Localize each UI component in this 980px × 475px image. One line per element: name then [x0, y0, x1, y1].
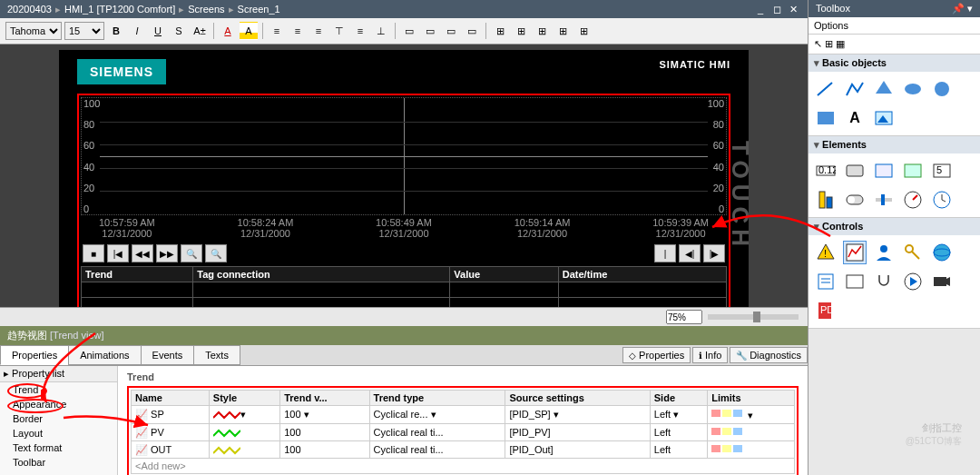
ruler2-button[interactable]: ◀|	[679, 244, 701, 262]
media-icon[interactable]	[843, 270, 867, 293]
text-icon[interactable]: A	[843, 106, 867, 130]
section-controls[interactable]: Controls	[808, 218, 980, 235]
close-icon[interactable]: ✕	[786, 3, 800, 15]
section-elements[interactable]: Elements	[808, 136, 980, 153]
trend-view-widget[interactable]: 100806040200 100806040200 10:57:59 AM12/…	[77, 94, 730, 307]
iofield-icon[interactable]: 0.12	[814, 159, 838, 183]
zoomout-button[interactable]: 🔍	[205, 244, 227, 262]
nav-border[interactable]: Border	[0, 411, 117, 426]
symbol-icon[interactable]	[872, 159, 896, 183]
group4-button[interactable]: ⊞	[554, 22, 572, 40]
property-list-header[interactable]: ▸ Property list	[0, 366, 117, 382]
section-basic-objects[interactable]: Basic objects	[808, 54, 980, 72]
group2-button[interactable]: ⊞	[512, 22, 530, 40]
rtab-diagnostics[interactable]: 🔧 Diagnostics	[730, 347, 808, 363]
tab-properties[interactable]: Properties	[0, 345, 69, 365]
fontcolor-button[interactable]: A	[219, 22, 237, 40]
user-icon[interactable]	[872, 241, 896, 264]
tab-texts[interactable]: Texts	[193, 345, 240, 365]
pdf-icon[interactable]: PDF	[814, 299, 838, 322]
stethoscope-icon[interactable]	[872, 270, 896, 293]
font-family-select[interactable]: Tahoma	[5, 22, 62, 40]
clock-icon[interactable]	[930, 188, 954, 212]
rewind-button[interactable]: ◀◀	[132, 244, 153, 262]
italic-button[interactable]: I	[128, 22, 146, 40]
underline-button[interactable]: U	[149, 22, 167, 40]
zoom-input[interactable]	[666, 310, 702, 324]
nav-trend[interactable]: Trend	[0, 382, 117, 397]
hmi-screen: SIEMENS SIMATIC HMI TOUCH 100806040200 1…	[59, 50, 749, 307]
tab-animations[interactable]: Animations	[68, 345, 141, 365]
forward-button[interactable]: ▶▶	[156, 244, 178, 262]
align-left-button[interactable]: ≡	[268, 22, 286, 40]
bar-icon[interactable]	[814, 188, 838, 212]
strike-button[interactable]: S	[170, 22, 188, 40]
graphic-icon[interactable]	[901, 159, 925, 183]
pin-icon[interactable]: 📌	[952, 3, 965, 14]
trendview-icon[interactable]	[843, 241, 867, 264]
inspector-title: 趋势视图 [Trend view]	[0, 326, 808, 345]
minimize-icon[interactable]: _	[753, 3, 768, 15]
polyline-icon[interactable]	[843, 77, 867, 101]
nav-layout[interactable]: Layout	[0, 426, 117, 440]
globe-icon[interactable]	[930, 241, 954, 264]
add-new-row[interactable]: <Add new>	[132, 459, 795, 474]
stop-button[interactable]: ■	[83, 244, 104, 262]
zoomin-button[interactable]: 🔍	[181, 244, 202, 262]
align-middle-button[interactable]: ≡	[351, 22, 369, 40]
product-label: SIMATIC HMI	[659, 59, 730, 84]
align-right-button[interactable]: ≡	[309, 22, 328, 40]
svg-marker-49	[946, 277, 950, 286]
tab-events[interactable]: Events	[141, 345, 195, 365]
align-center-button[interactable]: ≡	[289, 22, 307, 40]
table-row[interactable]: 📈 PV 100Cyclical real ti...[PID_PV]Left	[132, 424, 795, 441]
ruler1-button[interactable]: |	[654, 244, 676, 262]
layer4-button[interactable]: ▭	[463, 22, 481, 40]
align-bottom-button[interactable]: ⊥	[372, 22, 390, 40]
layer2-button[interactable]: ▭	[421, 22, 439, 40]
slider-icon[interactable]	[872, 188, 896, 212]
rtab-properties[interactable]: ◇ Properties	[622, 347, 691, 363]
key-icon[interactable]	[901, 241, 925, 264]
ellipse-icon[interactable]	[901, 77, 925, 101]
layer1-button[interactable]: ▭	[400, 22, 418, 40]
date-icon[interactable]: 5	[930, 159, 954, 183]
first-button[interactable]: |◀	[107, 244, 129, 262]
circle-icon[interactable]	[930, 77, 954, 101]
button-icon[interactable]	[843, 159, 867, 183]
toolbox-close-icon[interactable]: ▾	[967, 3, 973, 14]
maximize-icon[interactable]: ◻	[769, 3, 784, 15]
fillcolor-button[interactable]: A	[240, 22, 258, 40]
polygon-icon[interactable]	[872, 77, 896, 101]
table-row[interactable]: 📈 SP ▾ 100 ▾Cyclical re... ▾[PID_SP] ▾Le…	[132, 406, 795, 424]
font-size-select[interactable]: 15	[64, 22, 104, 40]
layer3-button[interactable]: ▭	[442, 22, 460, 40]
zoom-slider[interactable]	[708, 314, 799, 320]
editor-canvas[interactable]: SIEMENS SIMATIC HMI TOUCH 100806040200 1…	[0, 45, 808, 307]
rtab-info[interactable]: ℹ Info	[692, 347, 728, 363]
table-row[interactable]: 📈 OUT 100Cyclical real ti...[PID_Out]Lef…	[132, 441, 795, 459]
ruler3-button[interactable]: |▶	[703, 244, 725, 262]
group5-button[interactable]: ⊞	[574, 22, 593, 40]
camera-icon[interactable]	[930, 270, 954, 293]
rect-icon[interactable]	[814, 106, 838, 130]
grid2-icon[interactable]: ▦	[836, 38, 845, 49]
align-top-button[interactable]: ⊤	[330, 22, 348, 40]
recipe-icon[interactable]	[814, 270, 838, 293]
gauge-icon[interactable]	[901, 188, 925, 212]
group3-button[interactable]: ⊞	[533, 22, 551, 40]
play-icon[interactable]	[901, 270, 925, 293]
group1-button[interactable]: ⊞	[491, 22, 509, 40]
toolbox-options: Options	[808, 17, 980, 35]
switch-icon[interactable]	[843, 188, 867, 212]
cursor-icon[interactable]: ↖	[814, 38, 822, 49]
grid1-icon[interactable]: ⊞	[825, 38, 833, 49]
svg-point-12	[935, 82, 949, 96]
nav-toolbar[interactable]: Toolbar	[0, 455, 117, 470]
alarm-icon[interactable]: !	[814, 241, 838, 264]
line-icon[interactable]	[814, 77, 838, 101]
bold-button[interactable]: B	[107, 22, 125, 40]
fontcase-button[interactable]: A±	[191, 22, 209, 40]
image-icon[interactable]	[872, 106, 896, 130]
nav-textformat[interactable]: Text format	[0, 440, 117, 455]
